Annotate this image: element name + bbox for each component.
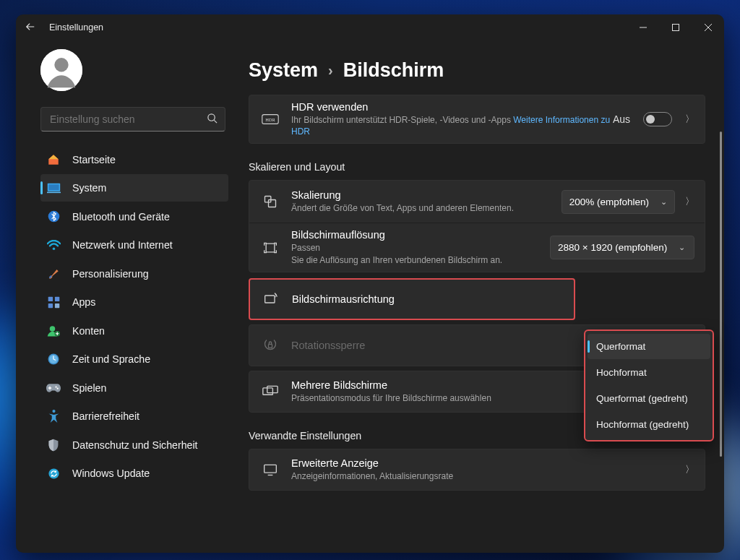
breadcrumb-root[interactable]: System [249,59,318,82]
hdr-toggle-label: Aus [613,113,630,125]
sidebar-item-label: Apps [72,296,221,308]
multi-monitor-icon [259,385,281,398]
orientation-option-landscape-flipped[interactable]: Querformat (gedreht) [588,386,710,411]
sidebar-item-system[interactable]: System [40,174,228,202]
orientation-option-label: Querformat [596,341,645,352]
hdr-toggle[interactable] [643,112,672,126]
hdr-title: HDR verwenden [291,101,613,113]
svg-rect-5 [48,184,59,190]
orientation-option-label: Hochformat (gedreht) [596,419,689,430]
scale-group: Skalierung Ändert die Größe von Text, Ap… [249,180,705,272]
sidebar-item-privacy[interactable]: Datenschutz und Sicherheit [40,431,228,459]
advanced-sub: Anzeigeinformationen, Aktualisierungsrat… [291,470,685,482]
scaling-card[interactable]: Skalierung Ändert die Größe von Text, Ap… [249,181,705,223]
resolution-sub: Passen Sie die Auflösung an Ihren verbun… [291,242,550,265]
chevron-right-icon[interactable]: 〉 [685,113,694,126]
search-icon [207,113,218,126]
svg-rect-23 [265,197,271,202]
sidebar-item-label: Spielen [72,382,221,394]
hdr-sub: Ihr Bildschirm unterstützt HDR-Spiele, -… [291,114,613,137]
monitor-icon [259,463,281,476]
svg-point-20 [48,468,59,478]
sidebar-item-home[interactable]: Startseite [40,146,228,173]
sidebar-item-label: Zeit und Sprache [72,353,221,365]
sidebar-item-personalization[interactable]: Personalisierung [40,260,228,288]
orientation-option-portrait[interactable]: Hochformat [588,360,710,385]
search-box[interactable] [40,107,225,132]
gamepad-icon [45,381,62,395]
sidebar-item-accounts[interactable]: Konten [40,317,228,345]
svg-rect-11 [48,303,52,307]
scrollbar-thumb[interactable] [720,132,722,457]
advanced-title: Erweiterte Anzeige [291,457,685,469]
close-button[interactable] [692,14,724,40]
clock-icon [45,352,62,366]
svg-rect-12 [54,303,59,307]
resolution-card[interactable]: Bildschirmauflösung Passen Sie die Auflö… [249,223,705,271]
settings-window: Einstellungen Startseite [16,14,724,553]
advanced-display-card[interactable]: Erweiterte Anzeige Anzeigeinformationen,… [249,449,705,491]
scaling-dropdown[interactable]: 200% (empfohlen) ⌄ [562,190,675,214]
update-icon [45,466,62,481]
chevron-right-icon[interactable]: 〉 [685,463,694,476]
wifi-icon [45,238,62,252]
resolution-icon [259,241,281,255]
svg-point-13 [50,326,56,332]
chevron-right-icon: › [328,62,333,79]
window-controls [627,14,724,40]
search-input[interactable] [50,113,207,125]
shield-icon [45,438,62,452]
scale-icon [259,194,281,209]
svg-point-17 [55,386,56,387]
sidebar-item-accessibility[interactable]: Barrierefreiheit [40,402,228,430]
minimize-button[interactable] [627,14,659,40]
resolution-title: Bildschirmauflösung [291,229,550,241]
sidebar-item-label: Startseite [72,154,221,165]
account-icon [45,324,62,338]
section-scale-layout: Skalieren und Layout [249,161,705,173]
brush-icon [45,267,62,281]
system-icon [45,181,62,195]
resolution-value: 2880 × 1920 (empfohlen) [558,242,667,253]
chevron-right-icon[interactable]: 〉 [685,195,694,208]
scrollbar[interactable] [719,132,722,553]
sidebar-item-apps[interactable]: Apps [40,288,228,316]
orientation-title: Bildschirmausrichtung [292,293,564,305]
orientation-card[interactable]: Bildschirmausrichtung [249,278,575,320]
bluetooth-icon [45,210,62,224]
accessibility-icon [45,409,62,423]
sidebar-item-gaming[interactable]: Spielen [40,374,228,402]
scaling-sub: Ändert die Größe von Text, Apps und ande… [291,202,562,214]
svg-rect-30 [264,465,277,473]
sidebar-nav: Startseite System Bluetooth und Geräte N… [16,145,234,488]
svg-rect-9 [48,296,52,301]
svg-rect-0 [672,25,679,31]
svg-rect-27 [269,344,272,348]
sidebar-item-windows-update[interactable]: Windows Update [40,460,228,487]
svg-point-2 [54,58,68,72]
sidebar-item-time-language[interactable]: Zeit und Sprache [40,345,228,373]
titlebar: Einstellungen [16,14,724,40]
back-button[interactable] [23,22,38,34]
breadcrumb-leaf: Bildschirm [343,59,444,82]
sidebar-item-label: System [72,182,221,194]
svg-rect-28 [263,388,273,395]
resolution-dropdown[interactable]: 2880 × 1920 (empfohlen) ⌄ [550,236,694,259]
orientation-option-landscape[interactable]: Querformat [588,334,710,359]
orientation-menu[interactable]: Querformat Hochformat Querformat (gedreh… [584,329,714,441]
maximize-button[interactable] [659,14,692,40]
chevron-down-icon: ⌄ [679,243,685,252]
hdr-card[interactable]: HDR HDR verwenden Ihr Bildschirm unterst… [249,95,705,144]
svg-point-3 [208,114,215,121]
home-icon [45,152,62,167]
sidebar-item-network[interactable]: Netzwerk und Internet [40,231,228,259]
orientation-icon [260,292,282,306]
user-profile[interactable] [16,45,234,91]
chevron-down-icon: ⌄ [661,197,667,207]
avatar [40,49,82,91]
sidebar-item-label: Konten [72,325,221,337]
orientation-option-portrait-flipped[interactable]: Hochformat (gedreht) [588,412,710,437]
sidebar-item-label: Personalisierung [72,268,221,280]
sidebar-item-bluetooth[interactable]: Bluetooth und Geräte [40,203,228,231]
breadcrumb: System › Bildschirm [249,59,705,82]
